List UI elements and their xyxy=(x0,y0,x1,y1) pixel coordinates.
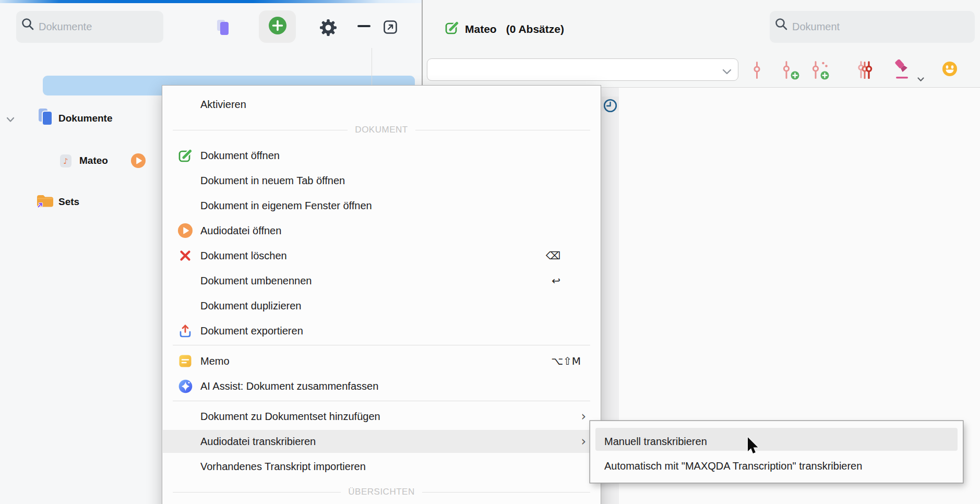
mouse-cursor xyxy=(747,437,760,458)
submenu-item-automatisch-transkribieren[interactable]: Automatisch mit "MAXQDA Transcription" t… xyxy=(604,454,862,477)
transcribe-submenu: Manuell transkribieren Automatisch mit "… xyxy=(590,421,963,483)
menu-item-dokument-oeffnen[interactable]: Dokument öffnen xyxy=(163,144,600,167)
menu-item-aktivieren[interactable]: Aktivieren xyxy=(163,93,600,116)
menu-item-label: Dokument öffnen xyxy=(200,150,280,162)
delete-x-icon xyxy=(177,250,194,261)
document-title: Mateo xyxy=(465,23,497,35)
menu-item-label: Memo xyxy=(200,355,230,367)
document-combobox[interactable] xyxy=(427,58,738,81)
menu-item-ai-assist-zusammenfassen[interactable]: AI Assist: Dokument zusammenfassen xyxy=(163,375,600,398)
menu-item-dokument-duplizieren[interactable]: Dokument duplizieren xyxy=(163,294,600,317)
submenu-item-label: Automatisch mit "MAXQDA Transcription" t… xyxy=(604,460,862,472)
search-input[interactable] xyxy=(39,21,163,33)
play-audio-icon xyxy=(177,223,194,238)
menu-item-dokument-loeschen[interactable]: Dokument löschen ⌫ xyxy=(163,244,600,267)
search-icon xyxy=(21,17,34,33)
submenu-chevron-icon: › xyxy=(581,435,586,448)
window-top-accent-bar xyxy=(0,0,422,3)
menu-item-label: Dokument in eigenem Fenster öffnen xyxy=(200,200,372,212)
menu-separator xyxy=(173,345,590,345)
menu-item-label: Dokument duplizieren xyxy=(200,300,301,312)
submenu-item-label: Manuell transkribieren xyxy=(604,436,707,448)
menu-item-label: Dokument umbenennen xyxy=(200,275,312,287)
document-title-row: Mateo (0 Absätze) xyxy=(445,21,564,37)
highlighter-dropdown-chevron-icon[interactable] xyxy=(917,75,924,84)
submenu-item-manuell-transkribieren[interactable]: Manuell transkribieren xyxy=(604,430,707,453)
document-context-menu: Aktivieren DOKUMENT Dokument öffnen Doku… xyxy=(162,85,601,504)
shortcut-return: ↩ xyxy=(552,274,560,287)
menu-item-label: Dokument zu Dokumentset hinzufügen xyxy=(200,411,380,423)
menu-item-neuer-tab[interactable]: Dokument in neuem Tab öffnen xyxy=(163,169,600,192)
maxqda-window: Dokumente 0 ♪ Mateo 0 xyxy=(0,0,980,504)
menu-item-zu-dokumentset[interactable]: Dokument zu Dokumentset hinzufügen › xyxy=(163,405,600,428)
code-new-icon[interactable] xyxy=(781,61,800,82)
tree-column-divider xyxy=(372,48,372,87)
menu-item-dokument-umbenennen[interactable]: Dokument umbenennen ↩ xyxy=(163,269,600,292)
menu-item-label: Dokument exportieren xyxy=(200,325,303,337)
add-document-button[interactable] xyxy=(259,10,296,43)
menu-item-eigenes-fenster[interactable]: Dokument in eigenem Fenster öffnen xyxy=(163,194,600,217)
menu-item-audiodatei-transkribieren[interactable]: Audiodatei transkribieren › xyxy=(163,430,600,453)
menu-section-label: DOKUMENT xyxy=(355,125,408,135)
shortcut-backspace: ⌫ xyxy=(546,249,560,262)
submenu-chevron-icon: › xyxy=(581,410,586,423)
timestamp-clock-icon[interactable] xyxy=(603,98,618,115)
sets-folder-icon xyxy=(37,194,53,210)
menu-section-uebersichten: ÜBERSICHTEN xyxy=(173,487,590,497)
menu-item-label: Aktivieren xyxy=(200,99,246,111)
code-icon[interactable] xyxy=(752,62,762,81)
memo-icon xyxy=(177,354,194,368)
menu-item-label: Vorhandenes Transkript importieren xyxy=(200,461,366,473)
documents-icon-purple[interactable] xyxy=(217,20,231,38)
collapse-minus-icon[interactable] xyxy=(357,25,371,27)
menu-section-label: ÜBERSICHTEN xyxy=(348,487,414,497)
ai-assist-icon xyxy=(177,379,194,393)
document-paragraph-count: (0 Absätze) xyxy=(506,23,564,35)
code-multiple-icon[interactable] xyxy=(857,61,876,81)
emoticode-smiley-icon[interactable] xyxy=(942,61,958,79)
tree-label-sets: Sets xyxy=(58,196,79,208)
menu-section-dokument: DOKUMENT xyxy=(173,125,590,135)
plus-circle-icon xyxy=(268,16,287,37)
open-in-new-window-icon[interactable] xyxy=(383,20,398,37)
document-search-field[interactable] xyxy=(770,11,975,43)
menu-item-audiodatei-oeffnen[interactable]: Audiodatei öffnen xyxy=(163,219,600,242)
tree-label-mateo: Mateo xyxy=(79,155,108,166)
menu-item-dokument-exportieren[interactable]: Dokument exportieren xyxy=(163,319,600,342)
tree-row-dokumente[interactable]: Dokumente 0 xyxy=(0,54,422,75)
shortcut-option-shift-m: ⌥⇧M xyxy=(551,355,581,367)
menu-item-label: Dokument in neuem Tab öffnen xyxy=(200,175,345,187)
code-in-vivo-icon[interactable] xyxy=(810,61,830,82)
play-audio-icon[interactable] xyxy=(131,153,146,170)
export-icon xyxy=(177,324,194,338)
chevron-down-icon[interactable] xyxy=(722,67,732,77)
edit-document-icon xyxy=(177,149,194,163)
menu-item-transkript-importieren[interactable]: Vorhandenes Transkript importieren xyxy=(163,455,600,478)
menu-separator xyxy=(173,401,590,401)
menu-item-label: Dokument löschen xyxy=(200,250,287,262)
menu-item-label: AI Assist: Dokument zusammenfassen xyxy=(200,380,378,392)
documents-search-field[interactable] xyxy=(16,11,163,43)
menu-item-label: Audiodatei transkribieren xyxy=(200,436,316,448)
music-note-glyph: ♪ xyxy=(63,157,68,166)
highlight-coding-icon[interactable] xyxy=(892,59,911,82)
menu-item-label: Audiodatei öffnen xyxy=(200,225,281,237)
menu-item-memo[interactable]: Memo ⌥⇧M xyxy=(163,350,600,373)
audio-document-icon: ♪ xyxy=(60,154,71,167)
document-search-input[interactable] xyxy=(792,21,975,33)
edit-document-icon xyxy=(445,21,459,37)
search-icon xyxy=(774,17,788,33)
gear-icon[interactable] xyxy=(319,19,337,39)
